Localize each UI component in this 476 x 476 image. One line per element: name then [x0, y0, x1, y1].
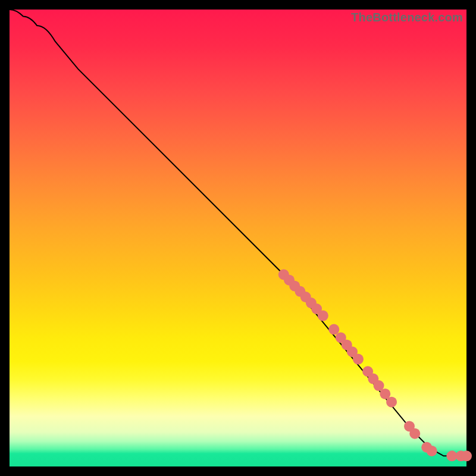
data-points: [278, 269, 472, 461]
chart-frame: TheBottleneck.com: [0, 0, 476, 476]
data-point: [409, 428, 420, 439]
data-point: [461, 450, 472, 461]
curve-line: [10, 10, 466, 456]
data-point: [328, 324, 339, 335]
chart-svg: [10, 10, 466, 466]
data-point: [318, 311, 328, 321]
data-point: [353, 354, 364, 365]
data-point: [427, 446, 437, 456]
data-point: [446, 450, 457, 461]
plot-area: TheBottleneck.com: [10, 10, 466, 466]
data-point: [386, 397, 397, 408]
